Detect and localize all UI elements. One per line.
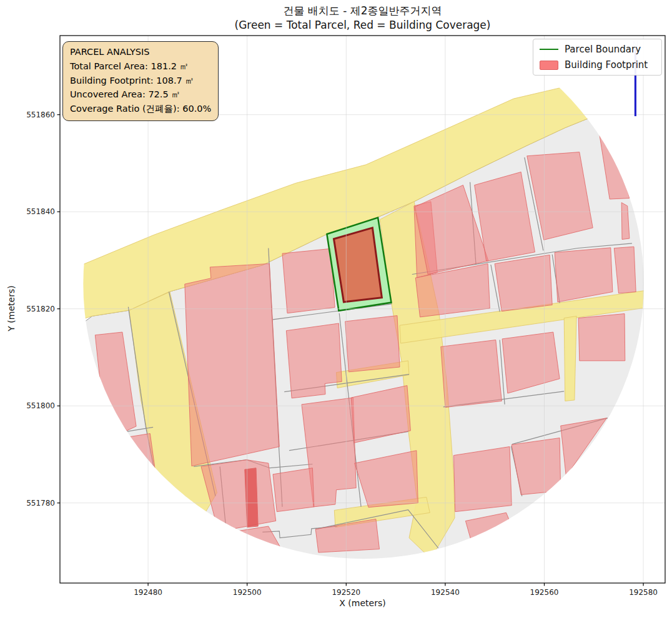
building-footprint (578, 314, 625, 361)
parcel-analysis-total-area: Total Parcel Area: 181.2 ㎡ (70, 59, 211, 74)
x-tick-label: 192480 (134, 588, 162, 597)
figure-title: 건물 배치도 - 제2종일반주거지역 (Green = Total Parcel… (60, 4, 665, 32)
parcel-boundary-line-swatch (540, 49, 558, 50)
building-footprint-patch-swatch (540, 61, 558, 70)
y-tick-label: 551840 (26, 207, 55, 216)
building-footprint (345, 316, 400, 372)
y-axis-label: Y (meters) (6, 280, 16, 336)
building-footprint (495, 255, 552, 311)
parcel-analysis-title: PARCEL ANALYSIS (70, 45, 211, 59)
figure-title-line1: 건물 배치도 - 제2종일반주거지역 (60, 4, 665, 18)
building-footprint (273, 468, 314, 512)
x-tick-label: 192580 (629, 588, 658, 597)
road (564, 316, 576, 401)
legend-item-building-footprint: Building Footprint (540, 59, 655, 71)
legend-item-parcel-boundary: Parcel Boundary (540, 44, 655, 55)
legend: Parcel Boundary Building Footprint (533, 39, 662, 76)
building-footprint (453, 447, 511, 512)
building-footprint (282, 248, 335, 313)
parcel-analysis-box: PARCEL ANALYSIS Total Parcel Area: 181.2… (62, 41, 219, 121)
parcel-analysis-uncovered-area: Uncovered Area: 72.5 ㎡ (70, 87, 211, 102)
parcel-analysis-building-footprint: Building Footprint: 108.7 ㎡ (70, 74, 211, 88)
y-tick-label: 551780 (26, 499, 55, 508)
x-tick-label: 192500 (233, 588, 262, 597)
x-tick-label: 192560 (530, 588, 559, 597)
figure-title-line2: (Green = Total Parcel, Red = Building Co… (60, 18, 665, 32)
legend-label-parcel-boundary: Parcel Boundary (565, 44, 641, 55)
x-axis-label: X (meters) (60, 598, 665, 608)
x-tick-label: 192520 (332, 588, 360, 597)
building-footprint (185, 263, 280, 466)
y-tick-label: 551820 (26, 305, 55, 313)
building-footprint-overlap (245, 468, 258, 527)
y-tick-label: 551800 (26, 401, 55, 410)
parcel-analysis-coverage-ratio: Coverage Ratio (건폐율): 60.0% (70, 102, 211, 116)
legend-label-building-footprint: Building Footprint (565, 59, 648, 71)
y-tick-label: 551860 (26, 110, 55, 119)
x-tick-label: 192540 (431, 588, 460, 597)
building-footprint (441, 340, 502, 408)
